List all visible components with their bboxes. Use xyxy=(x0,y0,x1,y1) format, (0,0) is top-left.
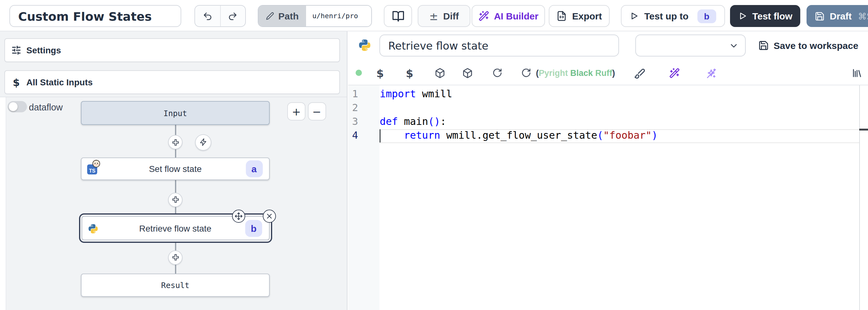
zoom-out-button[interactable]: − xyxy=(308,102,326,120)
graph-left-gutter xyxy=(0,97,6,310)
pencil-icon xyxy=(266,12,274,20)
zoom-in-button[interactable]: + xyxy=(287,102,305,120)
ai-builder-label: AI Builder xyxy=(494,11,538,21)
delete-step-button[interactable] xyxy=(263,209,276,222)
overview-cursor-mark xyxy=(859,128,868,130)
variables-button[interactable]: $ xyxy=(373,66,386,80)
path-label: Path xyxy=(278,11,299,21)
ai-disabled-icon[interactable] xyxy=(705,67,717,79)
step-id-badge: a xyxy=(246,160,262,177)
wand-sparkles-icon xyxy=(478,11,489,21)
save-icon xyxy=(758,40,769,51)
draft-shortcut: ⌘S xyxy=(858,11,868,21)
package-icon[interactable] xyxy=(462,67,472,78)
path-group: Path u/henri/pro xyxy=(258,5,372,27)
diff-button[interactable]: ± Diff xyxy=(418,5,470,27)
insert-step-button[interactable] xyxy=(168,192,183,207)
test-flow-label: Test flow xyxy=(752,11,793,21)
line-numbers: 1234 xyxy=(348,87,358,142)
play-icon xyxy=(738,11,747,21)
move-step-button[interactable] xyxy=(232,209,245,222)
settings-card[interactable]: Settings xyxy=(4,38,340,62)
package-icon[interactable] xyxy=(434,67,445,78)
result-node[interactable]: Result xyxy=(81,274,270,297)
export-button[interactable]: Export xyxy=(549,5,610,27)
line-number: 1 xyxy=(348,87,358,101)
library-icon[interactable] xyxy=(851,67,862,78)
test-up-to-button[interactable]: Test up to b xyxy=(621,5,725,27)
save-to-workspace-label: Save to workspace xyxy=(774,40,858,51)
export-label: Export xyxy=(572,11,602,21)
baby-emoji-icon xyxy=(92,160,100,168)
editor-status-dot xyxy=(355,69,362,76)
redo-icon xyxy=(228,11,238,21)
trigger-button[interactable] xyxy=(195,134,211,150)
plus-icon xyxy=(172,196,179,203)
ai-builder-button[interactable]: AI Builder xyxy=(472,5,545,27)
code-line: def main(): xyxy=(380,115,658,128)
topbar: Path u/henri/pro ± Diff AI Builder Expor… xyxy=(0,0,868,31)
linters-close-paren: ) xyxy=(612,68,615,78)
bolt-icon xyxy=(199,138,207,146)
file-export-icon xyxy=(556,11,567,21)
code-line xyxy=(380,101,658,115)
test-flow-button[interactable]: Test flow xyxy=(730,5,800,27)
redo-button[interactable] xyxy=(220,6,245,26)
save-icon xyxy=(815,11,825,21)
linter-pyright: Pyright xyxy=(539,68,568,78)
code-line: import wmill xyxy=(380,87,658,101)
step-node-title: Retrieve flow state xyxy=(139,223,211,233)
close-icon xyxy=(266,213,273,219)
linters-status: (Pyright Black Ruff) xyxy=(536,68,615,78)
step-language-icon-wrap: TS xyxy=(87,163,98,174)
flow-graph: dataflow + − Input TS xyxy=(0,97,347,310)
sliders-icon xyxy=(11,45,21,55)
format-brush-icon[interactable] xyxy=(634,67,645,79)
path-value[interactable]: u/henri/pro xyxy=(306,6,371,26)
code-editor[interactable]: 1234 import wmilldef main(): return wmil… xyxy=(348,85,868,310)
dataflow-toggle[interactable] xyxy=(7,101,27,112)
all-static-inputs-card[interactable]: $ All Static Inputs xyxy=(4,70,340,94)
flow-name-input[interactable] xyxy=(9,5,181,27)
dollar-icon: $ xyxy=(11,76,21,88)
reload-icon[interactable] xyxy=(521,68,531,78)
linters-open-paren: ( xyxy=(536,68,539,78)
save-draft-button[interactable]: Draft ⌘S xyxy=(807,5,868,27)
language-select[interactable] xyxy=(635,34,746,56)
draft-label: Draft xyxy=(830,11,852,21)
test-up-to-label: Test up to xyxy=(644,11,688,21)
step-name-input[interactable] xyxy=(379,34,619,56)
save-to-workspace-button[interactable]: Save to workspace xyxy=(758,34,858,56)
path-button[interactable]: Path xyxy=(258,6,306,26)
python-icon xyxy=(358,38,371,52)
docs-button[interactable] xyxy=(384,5,412,27)
step-node-set-flow-state[interactable]: TS Set flow state a xyxy=(81,158,270,180)
play-icon xyxy=(630,11,639,21)
settings-label: Settings xyxy=(26,45,61,55)
flow-sidebar: Settings $ All Static Inputs dataflow + … xyxy=(0,31,347,310)
undo-button[interactable] xyxy=(195,6,220,26)
book-open-icon xyxy=(392,10,404,22)
python-icon xyxy=(88,223,98,234)
insert-step-button[interactable] xyxy=(168,250,183,264)
ai-wand-icon[interactable] xyxy=(669,67,680,78)
input-node[interactable]: Input xyxy=(81,101,270,125)
step-id-badge: b xyxy=(245,220,262,236)
linter-black: Black xyxy=(570,68,593,78)
overview-ruler[interactable] xyxy=(859,85,868,310)
code-line: return wmill.get_flow_user_state("foobar… xyxy=(380,128,658,142)
insert-step-button[interactable] xyxy=(168,135,183,149)
undo-redo-group xyxy=(194,5,246,27)
step-node-title: Set flow state xyxy=(149,164,202,174)
chevron-down-icon xyxy=(729,40,739,51)
resources-button[interactable]: $ xyxy=(403,66,416,80)
move-icon xyxy=(235,212,243,220)
step-editor-panel: Save to workspace $ $ (Pyright Black Ruf… xyxy=(348,31,868,310)
step-language-icon-wrap xyxy=(88,222,99,234)
reload-icon[interactable] xyxy=(492,68,502,78)
undo-icon xyxy=(203,11,213,21)
line-number: 3 xyxy=(348,115,358,128)
linter-ruff: Ruff xyxy=(595,68,612,78)
code-content: import wmilldef main(): return wmill.get… xyxy=(380,87,658,142)
line-number: 4 xyxy=(348,128,358,142)
